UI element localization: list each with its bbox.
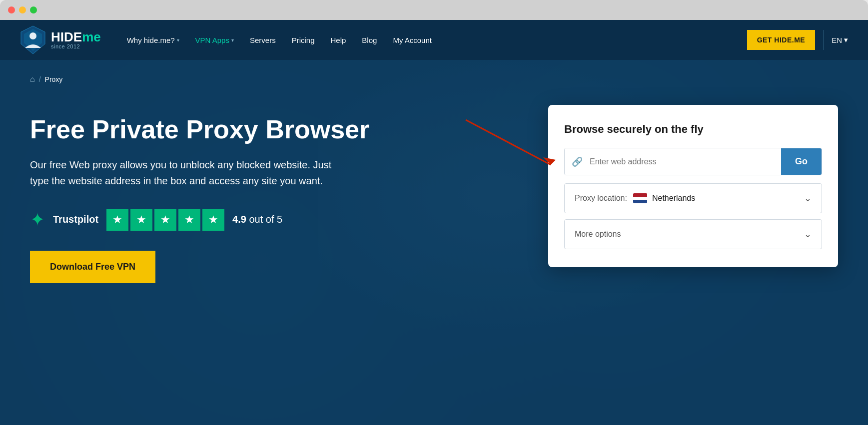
logo-icon: [20, 25, 46, 55]
nav-why-hideme-chevron: ▾: [177, 37, 179, 43]
nav-divider: [823, 30, 824, 50]
logo-text: HIDEme since 2012: [51, 30, 101, 49]
url-input-row: 🔗 Go: [564, 148, 822, 175]
page-subtitle: Our free Web proxy allows you to unblock…: [30, 157, 340, 189]
more-options-row[interactable]: More options ⌄: [564, 219, 822, 249]
logo-brand: HIDEme: [51, 30, 101, 43]
svg-line-3: [466, 120, 551, 165]
tp-star-1: ★: [106, 209, 128, 231]
tp-star-4: ★: [178, 209, 200, 231]
proxy-panel-title: Browse securely on the fly: [564, 123, 822, 136]
page-title: Free Private Proxy Browser: [30, 115, 369, 145]
trustpilot-icon: ✦: [30, 209, 45, 230]
logo[interactable]: HIDEme since 2012: [20, 25, 101, 55]
nav-vpn-apps[interactable]: VPN Apps ▾: [189, 32, 240, 48]
download-free-vpn-button[interactable]: Download Free VPN: [30, 251, 155, 283]
nav-help[interactable]: Help: [325, 32, 352, 48]
trustpilot-label: Trustpilot: [53, 214, 98, 225]
proxy-location-label: Proxy location:: [575, 194, 627, 203]
tp-star-3: ★: [154, 209, 176, 231]
go-button[interactable]: Go: [781, 148, 822, 175]
nav-links: Why hide.me? ▾ VPN Apps ▾ Servers Pricin…: [121, 32, 747, 48]
more-options-chevron: ⌄: [804, 229, 812, 240]
breadcrumb: ⌂ / Proxy: [30, 75, 62, 84]
logo-since: since 2012: [51, 43, 101, 49]
proxy-location-chevron: ⌄: [804, 193, 812, 204]
close-button[interactable]: [8, 6, 15, 13]
nav-my-account[interactable]: My Account: [387, 32, 438, 48]
proxy-location-row[interactable]: Proxy location: Netherlands ⌄: [564, 183, 822, 213]
language-selector[interactable]: EN ▾: [832, 35, 848, 44]
tp-star-2: ★: [130, 209, 152, 231]
tp-star-5: ★: [202, 209, 224, 231]
trustpilot-stars: ★ ★ ★ ★ ★: [106, 209, 224, 231]
nav-right: GET HIDE.ME EN ▾: [747, 30, 848, 50]
nav-vpn-apps-chevron: ▾: [231, 37, 234, 43]
nav-blog[interactable]: Blog: [356, 32, 383, 48]
window-chrome: [0, 0, 868, 20]
breadcrumb-current: Proxy: [45, 75, 63, 83]
home-icon[interactable]: ⌂: [30, 75, 35, 84]
content-area: ⌂ / Proxy Free Private Proxy Browser Our…: [0, 60, 868, 425]
get-hideme-button[interactable]: GET HIDE.ME: [747, 30, 816, 50]
link-icon: 🔗: [565, 148, 590, 175]
navigation: HIDEme since 2012 Why hide.me? ▾ VPN App…: [0, 20, 868, 60]
main-wrapper: HIDEme since 2012 Why hide.me? ▾ VPN App…: [0, 20, 868, 425]
lang-chevron: ▾: [844, 35, 848, 44]
trustpilot-row: ✦ Trustpilot ★ ★ ★ ★ ★ 4.9 out of 5: [30, 209, 369, 231]
netherlands-flag: [633, 193, 647, 203]
left-content: Free Private Proxy Browser Our free Web …: [30, 75, 369, 283]
svg-point-2: [29, 32, 36, 39]
trustpilot-rating: 4.9 out of 5: [232, 214, 282, 225]
red-arrow: [461, 115, 561, 177]
more-options-label: More options: [575, 230, 804, 239]
fullscreen-button[interactable]: [30, 6, 37, 13]
nav-why-hideme[interactable]: Why hide.me? ▾: [121, 32, 185, 48]
nav-servers[interactable]: Servers: [244, 32, 282, 48]
proxy-location-name: Netherlands: [652, 194, 804, 203]
proxy-panel: Browse securely on the fly 🔗 Go Proxy lo…: [548, 105, 838, 267]
minimize-button[interactable]: [19, 6, 26, 13]
nav-pricing[interactable]: Pricing: [286, 32, 321, 48]
url-input[interactable]: [590, 148, 781, 175]
